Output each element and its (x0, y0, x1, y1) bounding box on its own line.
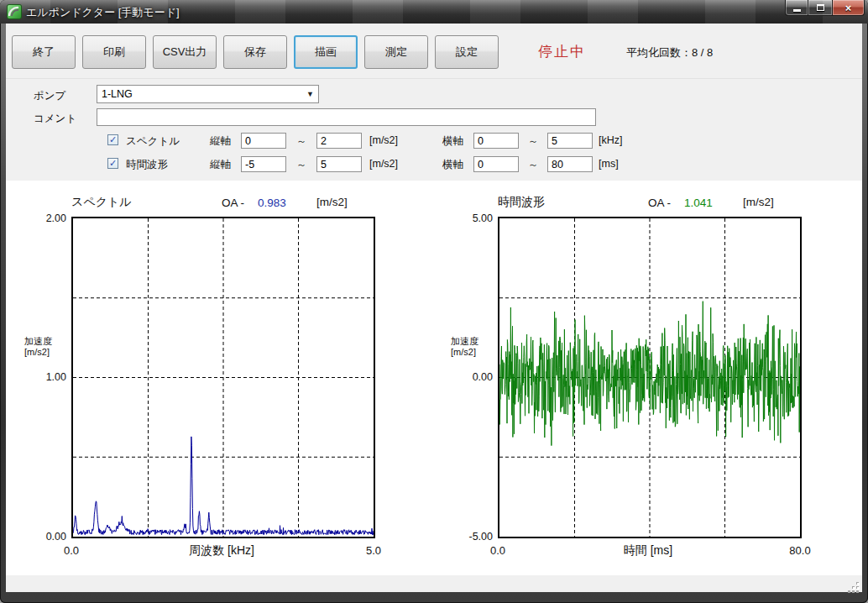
close-button[interactable]: × (832, 0, 865, 16)
spectrum-vmin-input[interactable] (241, 133, 286, 149)
save-button[interactable]: 保存 (223, 35, 287, 69)
spectrum-ytick-mid: 1.00 (21, 371, 66, 383)
spectrum-xaxis-label: 周波数 [kHz] (189, 543, 254, 558)
waveform-ytick-min: -5.00 (447, 531, 493, 543)
spectrum-hmin-input[interactable] (473, 133, 519, 149)
measure-button[interactable]: 測定 (364, 35, 428, 69)
spectrum-checkbox[interactable]: ✓ (107, 134, 118, 145)
spectrum-checkbox-label: スペクトル (126, 134, 180, 149)
status-bar (6, 574, 862, 592)
waveform-vaxis-label: 縦軸 (210, 158, 231, 172)
waveform-vmin-input[interactable] (241, 156, 286, 172)
spectrum-yaxis-label: 加速度 [m/s2] (24, 336, 70, 358)
spectrum-h-tilde: ～ (528, 134, 538, 149)
toolbar: 終了 印刷 CSV出力 保存 描画 測定 設定 (12, 35, 499, 69)
csv-export-button[interactable]: CSV出力 (153, 35, 217, 69)
waveform-xtick-min: 0.0 (490, 544, 505, 557)
spectrum-oa-value: 0.983 (258, 197, 286, 209)
waveform-haxis-label: 横軸 (442, 158, 463, 172)
waveform-hmin-input[interactable] (473, 156, 519, 172)
spectrum-ytick-min: 0.00 (21, 531, 66, 543)
comment-label: コメント (34, 112, 76, 126)
comment-input[interactable] (97, 108, 596, 126)
spectrum-vaxis-label: 縦軸 (210, 134, 231, 149)
chevron-down-icon: ▼ (306, 90, 314, 98)
app-window: エルポンドクター [手動モード] × 終了 印刷 CSV出力 保存 描画 測定 … (0, 0, 868, 603)
spectrum-hmax-input[interactable] (547, 133, 593, 149)
spectrum-xtick-min: 0.0 (64, 544, 79, 557)
spectrum-oa-label: OA - (222, 197, 244, 209)
spectrum-plot-area (71, 217, 375, 538)
waveform-h-unit: [ms] (599, 158, 619, 170)
spectrum-xtick-max: 5.0 (366, 544, 381, 557)
spectrum-oa-unit: [m/s2] (316, 196, 348, 208)
waveform-vmax-input[interactable] (316, 156, 362, 172)
waveform-v-unit: [m/s2] (369, 158, 398, 170)
waveform-yaxis-label: 加速度 [m/s2] (451, 336, 496, 358)
pump-selected-value: 1-LNG (102, 88, 133, 100)
averaging-count: 平均化回数：8 / 8 (626, 45, 713, 60)
waveform-ytick-max: 5.00 (447, 212, 493, 224)
settings-button[interactable]: 設定 (435, 35, 499, 69)
waveform-oa-value: 1.041 (684, 197, 713, 209)
close-icon: × (845, 3, 852, 13)
spectrum-ytick-max: 2.00 (21, 212, 66, 224)
spectrum-chart-title: スペクトル (71, 195, 132, 210)
minimize-button[interactable] (785, 0, 808, 16)
pump-select[interactable]: 1-LNG ▼ (97, 85, 319, 103)
waveform-chart-title: 時間波形 (498, 195, 545, 210)
maximize-button[interactable] (808, 0, 832, 16)
exit-button[interactable]: 終了 (12, 35, 76, 69)
measurement-status: 停止中 (538, 42, 586, 61)
waveform-xtick-max: 80.0 (789, 544, 810, 557)
waveform-oa-unit: [m/s2] (743, 196, 774, 208)
spectrum-h-unit: [kHz] (599, 134, 622, 146)
spectrum-chart: スペクトル OA - 0.983 [m/s2] 2.00 1.00 0.00 加… (21, 195, 387, 573)
toolbar-separator (6, 78, 862, 79)
spectrum-v-unit: [m/s2] (369, 134, 398, 146)
check-icon: ✓ (109, 159, 117, 168)
app-icon (8, 5, 21, 18)
waveform-checkbox-label: 時間波形 (126, 158, 168, 172)
pump-label: ポンプ (34, 89, 65, 103)
waveform-v-tilde: ～ (296, 158, 306, 172)
waveform-oa-label: OA - (648, 197, 671, 209)
waveform-checkbox[interactable]: ✓ (107, 158, 118, 169)
waveform-chart: 時間波形 OA - 1.041 [m/s2] 5.00 0.00 -5.00 加… (447, 195, 813, 573)
resize-grip[interactable] (849, 579, 860, 590)
waveform-plot-area (498, 217, 802, 538)
waveform-h-tilde: ～ (528, 158, 538, 172)
window-controls: × (785, 0, 865, 18)
spectrum-v-tilde: ～ (296, 134, 306, 149)
spectrum-vmax-input[interactable] (316, 133, 362, 149)
check-icon: ✓ (109, 135, 117, 144)
waveform-ytick-mid: 0.00 (447, 371, 493, 383)
minimize-icon (793, 9, 801, 12)
draw-button[interactable]: 描画 (294, 35, 358, 69)
print-button[interactable]: 印刷 (82, 35, 146, 69)
waveform-xaxis-label: 時間 [ms] (624, 543, 672, 558)
maximize-icon (817, 4, 824, 11)
waveform-hmax-input[interactable] (547, 156, 593, 172)
window-title: エルポンドクター [手動モード] (26, 5, 180, 20)
spectrum-haxis-label: 横軸 (442, 134, 463, 149)
